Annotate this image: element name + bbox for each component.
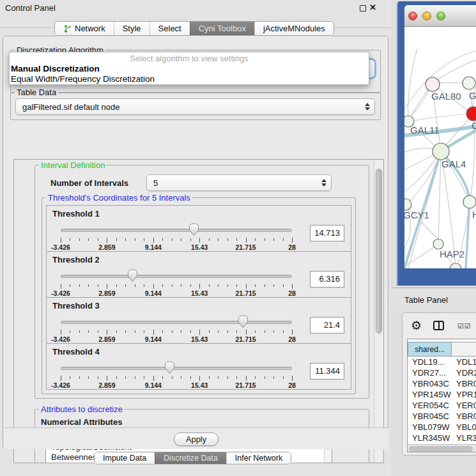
tab-label: jActiveMNodules: [263, 24, 325, 33]
cell-name: YBR0: [451, 411, 476, 422]
slider-tick: [107, 238, 107, 243]
tab-discretize-data[interactable]: Discretize Data: [155, 452, 226, 464]
number-of-intervals-select[interactable]: 5: [146, 174, 332, 191]
network-node[interactable]: [450, 263, 461, 268]
table-data-select[interactable]: galFiltered.sif default node: [15, 98, 375, 115]
threshold-value-field[interactable]: 11.344: [310, 363, 344, 380]
network-edge-highlighted[interactable]: [466, 201, 470, 268]
slider-tick: [190, 376, 191, 379]
network-node-gal80[interactable]: [426, 77, 440, 91]
algorithm-option-manual-discretization[interactable]: Manual Discretization: [10, 64, 369, 74]
slider-tick: [236, 376, 237, 379]
slider-thumb[interactable]: [127, 269, 138, 282]
tab-impute-data[interactable]: Impute Data: [95, 452, 155, 464]
table-row[interactable]: YDL19...YDL1: [408, 357, 476, 367]
slider-axis-label: 15.43: [185, 243, 213, 251]
slider-tick: [88, 376, 89, 379]
table-panel-titlebar[interactable]: Table Panel: [391, 288, 476, 311]
network-edge[interactable]: [408, 114, 473, 121]
cell-name: YPR1: [451, 389, 476, 400]
slider-tick: [79, 330, 80, 333]
checkbox-columns-icon[interactable]: ☑☑: [457, 322, 472, 330]
table-hscrollbar-thumb[interactable]: [409, 446, 473, 452]
slider-tick: [292, 376, 293, 381]
network-node-hap2[interactable]: [433, 239, 443, 249]
interval-definition-group: Interval Definition Number of Intervals …: [35, 165, 369, 399]
slider-thumb[interactable]: [188, 223, 199, 236]
table-row[interactable]: YPR145WYPR1: [408, 389, 476, 400]
slider-tick: [70, 284, 70, 287]
table-row[interactable]: YBL079WYBL0: [408, 422, 476, 433]
slider-thumb[interactable]: [238, 315, 249, 328]
settings-scrollbar[interactable]: [374, 160, 383, 463]
gear-icon[interactable]: ⚙: [411, 318, 422, 333]
close-icon[interactable]: ✕: [369, 3, 376, 12]
tab-style[interactable]: Style: [114, 22, 150, 35]
settings-scrollbar-thumb[interactable]: [376, 169, 382, 334]
tab-jactivemnodules[interactable]: jActiveMNodules: [254, 22, 334, 35]
table-data-group: Table Data galFiltered.sif default node: [10, 92, 381, 120]
network-node-ga[interactable]: [463, 77, 475, 89]
node-label: GCY1: [404, 210, 429, 220]
slider-thumb[interactable]: [164, 361, 175, 374]
tab-network[interactable]: Network: [55, 22, 114, 35]
apply-button[interactable]: Apply: [174, 433, 219, 446]
node-label: HAP2: [440, 249, 464, 259]
control-panel-window: Control Panel ✕ NetworkStyleSelectCyni T…: [0, 0, 391, 476]
slider-tick: [135, 238, 135, 241]
table-row[interactable]: YER054CYER0: [408, 400, 476, 411]
zoom-button[interactable]: [436, 12, 445, 20]
network-node-gal4[interactable]: [433, 143, 449, 160]
algorithm-hint-item[interactable]: Select algorithm to view settings: [10, 54, 369, 64]
network-canvas[interactable]: GAL80GACGAL11GAL4GCY1HHAP2: [404, 27, 476, 268]
slider-axis-label: 28: [278, 381, 306, 389]
node-label: GA: [469, 90, 476, 101]
threshold-value-field[interactable]: 6.316: [310, 271, 344, 288]
split-table-icon[interactable]: [433, 321, 444, 330]
network-edge[interactable]: [438, 151, 441, 239]
slider-track[interactable]: [61, 275, 292, 278]
slider-tick: [162, 284, 163, 287]
bottom-tab-bar: Impute DataDiscretize DataInfer Network: [94, 452, 291, 464]
threshold-value-field[interactable]: 14.713: [310, 225, 344, 242]
slider-track[interactable]: [61, 321, 292, 324]
column-header-shared-name[interactable]: shared...: [408, 342, 451, 357]
close-button[interactable]: [408, 12, 417, 20]
network-node-c[interactable]: [466, 107, 476, 121]
algorithm-option-equal-width-frequency-discretization[interactable]: Equal Width/Frequency Discretization: [10, 74, 369, 84]
column-header-name[interactable]: na: [451, 342, 476, 357]
table-panel-title: Table Panel: [404, 295, 448, 305]
slider-tick: [135, 376, 135, 379]
threshold-panel-3: Threshold 3-3.4262.8599.14415.4321.71528…: [46, 297, 351, 344]
slider-tick: [61, 238, 61, 243]
slider-tick: [255, 238, 256, 241]
table-row[interactable]: YLR345WYLR3: [408, 433, 476, 443]
slider-tick: [218, 330, 219, 333]
tab-cyni-toolbox[interactable]: Cyni Toolbox: [190, 22, 254, 35]
minimize-button[interactable]: [422, 12, 431, 20]
slider-tick: [79, 284, 80, 287]
slider-tick: [273, 238, 274, 241]
table-row[interactable]: YBR045CYBR0: [408, 411, 476, 422]
table-hscrollbar[interactable]: [408, 444, 476, 452]
slider-track[interactable]: [61, 229, 292, 232]
slider-axis-label: 28: [278, 243, 306, 251]
settings-scrollpane: Interval Definition Number of Intervals …: [13, 159, 384, 463]
tab-infer-network[interactable]: Infer Network: [226, 452, 291, 464]
tab-select[interactable]: Select: [150, 22, 190, 35]
network-view-titlebar[interactable]: [404, 5, 476, 27]
slider-axis-label: 2.859: [93, 381, 121, 389]
slider-tick: [273, 376, 274, 379]
threshold-value-field[interactable]: 21.4: [310, 317, 344, 334]
cell-shared-name: YDL19...: [408, 357, 451, 367]
window-title: Control Panel: [5, 3, 56, 13]
network-view-frame[interactable]: GAL80GACGAL11GAL4GCY1HHAP2: [397, 1, 476, 286]
control-panel-titlebar[interactable]: Control Panel ✕: [0, 0, 391, 15]
table-row[interactable]: YDR27...YDR2: [408, 367, 476, 378]
table-row[interactable]: YBR043CYBR0: [408, 378, 476, 389]
float-icon[interactable]: [360, 5, 366, 12]
slider-tick: [246, 284, 247, 289]
slider-track[interactable]: [61, 367, 292, 370]
network-node-h[interactable]: [463, 196, 476, 208]
slider-tick: [236, 284, 237, 287]
